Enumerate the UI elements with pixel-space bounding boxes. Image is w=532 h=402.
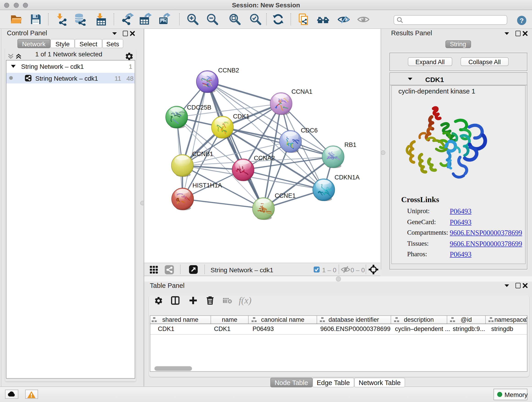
svg-text:description: description [404, 316, 434, 323]
svg-text:database identifier: database identifier [328, 316, 379, 323]
svg-text:CDC6: CDC6 [301, 127, 317, 134]
svg-text:CDK1: CDK1 [233, 113, 249, 120]
svg-text:namespace: namespace [494, 316, 526, 323]
svg-text:?: ? [520, 17, 524, 24]
svg-text:CCNE1: CCNE1 [274, 192, 296, 199]
svg-text:CCNB2: CCNB2 [218, 67, 239, 74]
svg-text:name: name [222, 316, 237, 323]
svg-text:CCNA1: CCNA1 [291, 88, 312, 95]
svg-text:RB1: RB1 [344, 141, 356, 148]
svg-text:canonical name: canonical name [261, 316, 304, 323]
svg-text:HIST1H1A: HIST1H1A [192, 182, 222, 189]
svg-text:shared name: shared name [162, 316, 198, 323]
svg-text:CCNA2: CCNA2 [254, 155, 275, 162]
svg-text:CDKN1A: CDKN1A [334, 174, 360, 181]
svg-text:CCNB1: CCNB1 [192, 151, 213, 157]
svg-text:@id: @id [461, 316, 472, 323]
svg-text:CDC25B: CDC25B [187, 104, 211, 111]
